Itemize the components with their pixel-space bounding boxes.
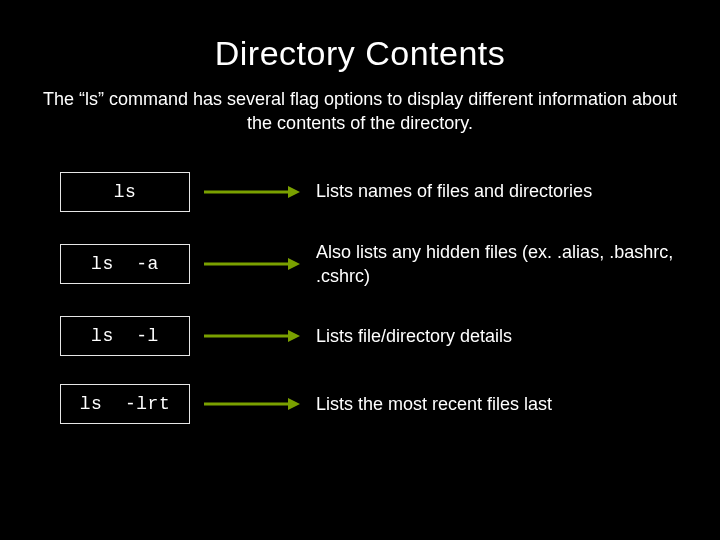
command-description: Lists names of files and directories: [316, 179, 676, 203]
command-description: Lists file/directory details: [316, 324, 676, 348]
svg-marker-1: [288, 186, 300, 198]
command-box: ls -lrt: [60, 384, 190, 424]
command-row: ls -lrt Lists the most recent files last: [60, 384, 676, 424]
command-description: Lists the most recent files last: [316, 392, 676, 416]
svg-marker-5: [288, 330, 300, 342]
slide: Directory Contents The “ls” command has …: [0, 0, 720, 540]
command-description: Also lists any hidden files (ex. .alias,…: [316, 240, 676, 289]
command-box: ls -l: [60, 316, 190, 356]
command-row: ls -l Lists file/directory details: [60, 316, 676, 356]
command-box: ls: [60, 172, 190, 212]
command-list: ls Lists names of files and directories …: [24, 172, 696, 425]
arrow-icon: [204, 398, 300, 410]
arrow-icon: [204, 186, 300, 198]
command-row: ls -a Also lists any hidden files (ex. .…: [60, 240, 676, 289]
slide-title: Directory Contents: [24, 34, 696, 73]
arrow-icon: [204, 330, 300, 342]
svg-marker-3: [288, 258, 300, 270]
command-box: ls -a: [60, 244, 190, 284]
command-row: ls Lists names of files and directories: [60, 172, 676, 212]
slide-subtitle: The “ls” command has several flag option…: [40, 87, 680, 136]
arrow-icon: [204, 258, 300, 270]
svg-marker-7: [288, 398, 300, 410]
